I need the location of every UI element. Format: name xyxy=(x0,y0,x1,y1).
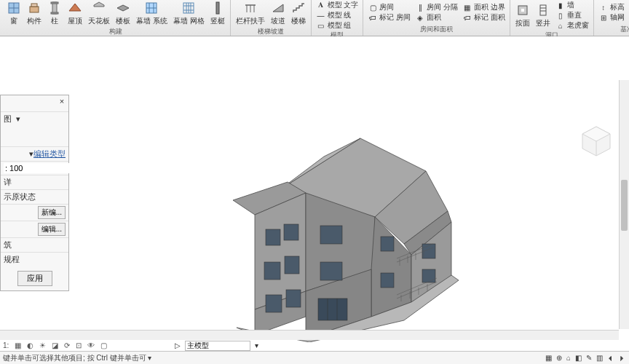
room-button[interactable]: ▢房间 xyxy=(366,2,412,12)
ribbon-group-room: ▢房间 🏷标记 房间 ‖房间 分隔 ◈面积 ▦面积 边界 🏷标记 面积 房间和面… xyxy=(363,0,510,36)
status-bar: 键并单击可选择其他项目; 按 Ctrl 键并单击可 ▾ ▦ ⊕ ⌂ ◧ ✎ ▥ … xyxy=(0,351,629,364)
roof-button[interactable]: 屋顶 xyxy=(66,0,84,27)
stair-button[interactable]: 楼梯 xyxy=(289,0,308,27)
window-icon xyxy=(7,1,21,15)
wall-opening-button[interactable]: ▮墙 xyxy=(554,0,590,10)
svg-rect-56 xyxy=(381,273,394,288)
scrollbar-thumb-v[interactable] xyxy=(621,180,628,231)
show-original: 示原状态 xyxy=(4,191,36,202)
stair-icon xyxy=(291,1,306,15)
room-sep-button[interactable]: ‖房间 分隔 xyxy=(414,2,459,12)
tag-room2-button[interactable]: ◈面积 xyxy=(414,12,459,23)
component-icon xyxy=(27,1,41,15)
status-icon[interactable]: ⊕ xyxy=(556,354,562,362)
room-sep-icon: ‖ xyxy=(415,2,425,12)
model-text-button[interactable]: 𝐀模型 文字 xyxy=(314,0,360,10)
status-icon[interactable]: ◧ xyxy=(575,354,582,362)
model-line-button[interactable]: —模型 线 xyxy=(314,10,360,20)
area-icon: ▦ xyxy=(462,2,472,12)
sun-path-button[interactable]: ☀ xyxy=(38,341,47,349)
component-button[interactable]: 构件 xyxy=(25,0,44,27)
view-cube[interactable] xyxy=(579,124,613,157)
crop-button[interactable]: ⊡ xyxy=(74,341,83,349)
canvas-3d[interactable]: 1: ▦ ◐ ☀ ◪ ⟳ ⊡ 👁 ▢ ▷ ▾ xyxy=(0,58,629,351)
curtainwall-grid-button[interactable]: 幕墙 网格 xyxy=(171,0,207,27)
group-title-room: 房间和面积 xyxy=(366,25,506,34)
byface-icon xyxy=(515,3,530,17)
ramp-button[interactable]: 坡道 xyxy=(269,0,288,27)
workspace: 1: ▦ ◐ ☀ ◪ ⟳ ⊡ 👁 ▢ ▷ ▾ × 图 ▾ ▾ 编辑类型 详 示原… xyxy=(0,36,629,351)
dormer-button[interactable]: ⌂老虎窗 xyxy=(554,20,590,31)
model-group-icon: ▭ xyxy=(316,20,326,31)
status-dropdown-icon[interactable]: ▾ xyxy=(148,354,151,362)
tag-area-icon: 🏷 xyxy=(462,12,472,23)
selector-tri-icon[interactable]: ▷ xyxy=(175,341,181,349)
svg-rect-29 xyxy=(540,5,546,15)
status-icon[interactable]: ⏵ xyxy=(619,354,626,362)
edit-type-link[interactable]: 编辑类型 xyxy=(33,149,66,159)
window-button[interactable]: 窗 xyxy=(4,0,23,27)
roof-icon xyxy=(68,1,82,15)
room-icon: ▢ xyxy=(368,2,378,12)
status-icon[interactable]: ▦ xyxy=(545,354,552,362)
visual-style-button[interactable]: ◐ xyxy=(25,341,35,349)
svg-rect-52 xyxy=(318,298,347,320)
hide-button[interactable]: 👁 xyxy=(86,341,96,349)
column-button[interactable]: 柱 xyxy=(45,0,64,27)
svg-rect-4 xyxy=(31,4,37,7)
byface-button[interactable]: 按面 xyxy=(513,2,532,29)
floor-button[interactable]: 楼板 xyxy=(114,0,132,27)
svg-rect-58 xyxy=(422,269,435,282)
building-model[interactable] xyxy=(215,116,470,342)
ribbon: 窗 构件 柱 屋顶 天花板 楼板 xyxy=(0,0,629,36)
curtainwall-icon xyxy=(144,1,159,15)
view-control-bar: 1: ▦ ◐ ☀ ◪ ⟳ ⊡ 👁 ▢ xyxy=(1,340,108,351)
level-button[interactable]: ↕标高 xyxy=(597,2,626,12)
tag-icon: 🏷 xyxy=(368,12,378,23)
next-icon[interactable]: ▾ xyxy=(255,341,258,349)
selector-bar: ▷ ▾ xyxy=(175,340,258,351)
scrollbar-vertical[interactable] xyxy=(619,80,629,329)
mullion-button[interactable]: 竖梃 xyxy=(208,0,227,27)
scale-display[interactable]: 1: xyxy=(1,341,10,349)
svg-rect-44 xyxy=(266,229,280,245)
group-title-stairs: 楼梯坡道 xyxy=(234,27,308,36)
vertical-button[interactable]: ▯垂直 xyxy=(554,10,590,20)
shaft-button[interactable]: 竖井 xyxy=(534,2,553,29)
svg-marker-26 xyxy=(273,4,283,12)
curtainwall-system-button[interactable]: 幕墙 系统 xyxy=(134,0,170,27)
ribbon-group-build: 窗 构件 柱 屋顶 天花板 楼板 xyxy=(1,0,231,36)
reveal-button[interactable]: ▢ xyxy=(99,341,108,349)
svg-rect-48 xyxy=(266,295,282,312)
status-icon[interactable]: ⌂ xyxy=(566,354,571,362)
show-hidden: 规程 xyxy=(4,254,20,265)
status-icon[interactable]: ✎ xyxy=(586,354,592,362)
apply-button[interactable]: 应用 xyxy=(17,271,52,286)
status-icon[interactable]: ▥ xyxy=(596,354,603,362)
new-button[interactable]: 新编... xyxy=(38,206,66,219)
area-button[interactable]: ▦面积 边界 xyxy=(461,2,507,12)
status-text: 键并单击可选择其他项目; 按 Ctrl 键并单击可 xyxy=(3,353,146,363)
svg-rect-7 xyxy=(51,12,58,14)
linked-model-selector[interactable] xyxy=(185,341,250,351)
dormer-icon: ⌂ xyxy=(555,20,566,31)
detail-level-button[interactable]: ▦ xyxy=(13,341,23,349)
grid-button[interactable]: ⊞轴网 xyxy=(597,12,626,23)
shadows-button[interactable]: ◪ xyxy=(50,341,60,349)
svg-rect-55 xyxy=(381,237,394,251)
ribbon-group-model: 𝐀模型 文字 —模型 线 ▭模型 组 模型 xyxy=(312,0,364,36)
group-title-build: 构建 xyxy=(4,27,227,36)
railing-button[interactable]: 栏杆扶手 xyxy=(234,0,267,27)
model-group-button[interactable]: ▭模型 组 xyxy=(314,20,360,31)
scale-input[interactable] xyxy=(4,163,107,173)
scrollbar-horizontal[interactable] xyxy=(0,330,619,340)
panel-close-button[interactable]: × xyxy=(57,97,67,107)
ceiling-button[interactable]: 天花板 xyxy=(86,0,112,27)
mullion-icon xyxy=(210,1,225,15)
edit-button[interactable]: 编辑... xyxy=(38,223,66,236)
status-icon[interactable]: ⏴ xyxy=(607,354,614,362)
tag-area-button[interactable]: 🏷标记 面积 xyxy=(461,12,507,23)
tag-room-button[interactable]: 🏷标记 房间 xyxy=(366,12,412,23)
filter-dropdown[interactable]: 图 ▾ xyxy=(4,114,20,124)
render-button[interactable]: ⟳ xyxy=(63,341,71,349)
